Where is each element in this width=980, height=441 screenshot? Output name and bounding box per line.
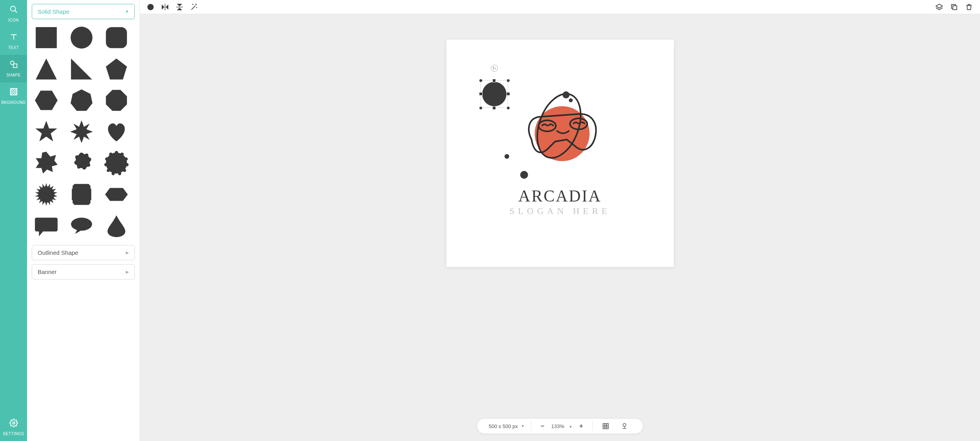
rotate-handle-icon[interactable]: ↻ [491,65,498,72]
shape-scallop-20[interactable] [104,151,129,175]
selected-circle-shape[interactable] [482,82,506,106]
chevron-down-icon: ▼ [125,9,129,14]
shape-triangle[interactable] [34,57,58,81]
nav-background-tab[interactable]: BKGROUND [0,82,27,110]
shape-rounded-square[interactable] [104,25,129,50]
baseline-toggle-icon[interactable] [618,423,631,430]
fill-color-swatch[interactable] [147,4,154,11]
text-icon [9,33,18,43]
shapes-grid [34,25,132,238]
chevron-right-icon: ▶ [126,250,129,255]
svg-rect-6 [36,27,57,48]
svg-marker-35 [162,4,165,9]
solid-shape-dropdown[interactable]: Solid Shape ▼ [32,4,135,19]
outlined-shape-dropdown[interactable]: Outlined Shape ▶ [32,245,135,260]
shape-hexagon[interactable] [34,88,58,113]
logo-dot[interactable] [505,154,509,159]
shape-octagon[interactable] [104,88,129,113]
shape-square[interactable] [34,25,58,50]
chevron-down-icon: ▼ [521,424,524,428]
nav-settings-tab[interactable]: SETTINGS [0,414,27,441]
nav-label: ICON [8,18,19,22]
svg-point-27 [104,163,107,166]
shape-star-8[interactable] [69,120,94,144]
svg-point-20 [121,152,124,156]
shape-right-triangle[interactable] [69,57,94,81]
selection-handle[interactable] [492,79,496,82]
grid-toggle-icon[interactable] [599,423,612,430]
artboard[interactable]: ARCADIA SLOGAN HERE ↻ [446,40,674,267]
zoom-out-button[interactable]: − [537,423,547,430]
shape-scallop-12[interactable] [69,151,94,175]
topbar [140,0,980,14]
svg-marker-15 [35,121,57,142]
svg-point-29 [109,152,113,156]
canvas-area: ARCADIA SLOGAN HERE ↻ 500 x 500 px ▼ [140,0,980,441]
selected-shape[interactable]: ↻ [476,76,513,113]
shape-hexagon-wide[interactable] [104,182,129,207]
shape-heart[interactable] [104,120,129,144]
selection-handle[interactable] [506,92,510,96]
shape-pentagon[interactable] [104,57,129,81]
shape-drop[interactable] [104,214,129,238]
svg-rect-42 [953,5,957,9]
shape-icon [9,60,18,71]
nav-label: SETTINGS [3,432,24,436]
shape-heptagon[interactable] [69,88,94,113]
bottom-toolbar: 500 x 500 px ▼ − 133% ▼ + [477,418,644,434]
selection-handle[interactable] [506,79,510,82]
zoom-level-label: 133% [551,423,564,429]
svg-rect-46 [603,423,609,429]
logo-controller-art[interactable] [518,89,608,163]
svg-marker-17 [36,152,58,174]
shape-stamp-frame[interactable] [69,182,94,207]
selection-handle[interactable] [492,106,496,110]
svg-point-7 [71,27,93,49]
flip-vertical-icon[interactable] [176,3,183,11]
banner-dropdown[interactable]: Banner ▶ [32,264,135,279]
duplicate-icon[interactable] [950,3,958,11]
svg-point-23 [123,169,126,172]
shape-circle[interactable] [69,25,94,50]
flip-horizontal-icon[interactable] [161,4,169,11]
logo-dot[interactable] [569,98,573,102]
nav-icon-tab[interactable]: ICON [0,0,27,27]
dropdown-label: Outlined Shape [38,249,78,256]
svg-point-0 [10,6,15,11]
svg-marker-41 [936,4,943,8]
logo-title[interactable]: ARCADIA [518,187,601,205]
zoom-in-button[interactable]: + [576,423,586,430]
shape-burst-8[interactable] [34,151,58,175]
selection-handle[interactable] [479,92,483,96]
selection-handle[interactable] [479,106,483,110]
shape-star-5[interactable] [34,120,58,144]
shape-speech-oval[interactable] [69,214,94,238]
svg-marker-12 [35,91,58,110]
svg-marker-38 [177,4,182,6]
shape-seal-burst[interactable] [34,182,58,207]
effects-icon[interactable] [190,3,198,11]
nav-shape-tab[interactable]: SHAPE [0,55,27,82]
nav-label: TEXT [8,45,19,50]
chevron-down-icon: ▼ [569,425,572,429]
search-icon [9,5,18,16]
trash-icon[interactable] [965,3,973,11]
logo-dot[interactable] [520,171,528,179]
svg-marker-36 [166,4,169,9]
logo-dot[interactable] [563,91,570,98]
selection-handle[interactable] [506,106,510,110]
zoom-level-dropdown[interactable]: 133% ▼ [551,423,572,429]
canvas-size-dropdown[interactable]: 500 x 500 px ▼ [483,419,530,434]
shapes-panel: Solid Shape ▼ Outlined Shape ▶ [27,0,140,441]
layers-icon[interactable] [935,3,943,11]
logo-subtitle[interactable]: SLOGAN HERE [509,206,610,216]
canvas-scroll[interactable]: ARCADIA SLOGAN HERE ↻ [140,14,980,441]
nav-text-tab[interactable]: TEXT [0,27,27,55]
svg-marker-10 [71,58,92,80]
svg-marker-16 [70,120,93,143]
svg-point-24 [118,172,121,175]
svg-rect-37 [165,4,165,10]
selection-handle[interactable] [479,79,483,82]
shape-speech-rect[interactable] [34,214,58,238]
svg-marker-13 [71,89,93,111]
